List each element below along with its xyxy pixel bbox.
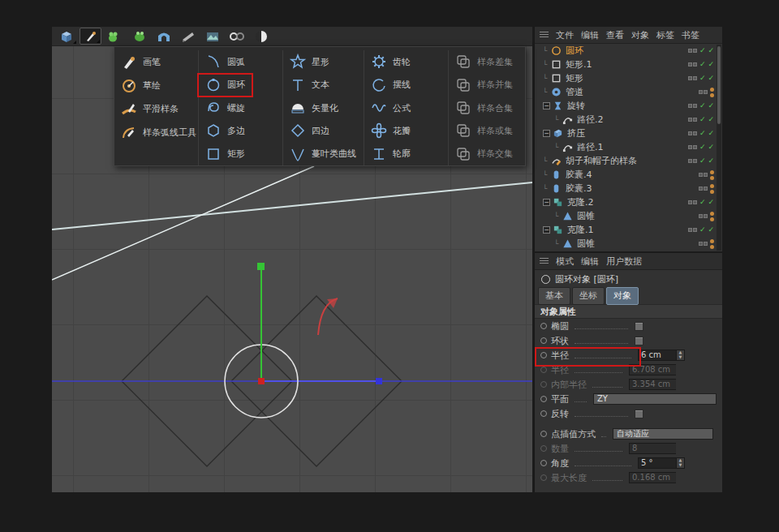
object-row-cone[interactable]: └ 圆锥 [535, 237, 722, 251]
om-menu-view[interactable]: 查看 [606, 29, 624, 41]
object-row-cloner-1[interactable]: − 克隆.1 ✓✓ [535, 223, 722, 237]
attr-menu-userdata[interactable]: 用户数据 [606, 255, 642, 268]
collapse-toggle[interactable]: − [543, 199, 550, 206]
object-row-tube[interactable]: └ 管道 [535, 85, 722, 99]
sculpt-tool-button[interactable] [104, 28, 126, 45]
visibility-dots-icon[interactable] [710, 88, 714, 97]
layer-icon[interactable] [699, 214, 708, 218]
spline-line-2[interactable] [52, 166, 314, 280]
layer-icon[interactable] [688, 228, 697, 232]
keyframe-circle-icon[interactable] [540, 337, 547, 344]
object-row-circle[interactable]: └ 圆环 ✓✓ [535, 44, 722, 58]
keyframe-circle-icon[interactable] [540, 410, 547, 417]
visibility-dots-icon[interactable] [710, 212, 714, 221]
panel-menu-icon[interactable] [540, 258, 549, 265]
enable-check-icon[interactable]: ✓ [708, 199, 714, 206]
spline-line-1[interactable] [52, 182, 532, 230]
layer-icon[interactable] [688, 118, 697, 122]
menu-item-sketch[interactable]: 草绘 [114, 74, 198, 97]
menu-item-rectangle[interactable]: 矩形 [199, 143, 282, 165]
landscape-tool-button[interactable] [201, 28, 223, 45]
z-axis-handle[interactable] [376, 378, 382, 384]
object-row-capsule-4[interactable]: └ 胶囊.4 [535, 168, 722, 182]
plane-dropdown[interactable]: ZY [593, 393, 717, 405]
enable-check-icon[interactable]: ✓ [699, 157, 706, 165]
menu-item-flower[interactable]: 花瓣 [364, 119, 448, 142]
menu-item-spline-arc-tool[interactable]: 样条弧线工具 [114, 121, 198, 144]
enable-check-icon[interactable]: ✓ [699, 226, 706, 234]
object-manager-scrollbar[interactable] [717, 45, 721, 251]
object-row-path-2[interactable]: └ 路径.2 ✓✓ [535, 113, 722, 127]
tab-object[interactable]: 对象 [606, 287, 639, 305]
menu-item-spline-smooth[interactable]: 平滑样条 [114, 97, 198, 121]
layer-icon[interactable] [688, 104, 697, 108]
layer-icon[interactable] [688, 145, 697, 149]
object-row-rectangle[interactable]: └ 矩形 ✓✓ [535, 71, 722, 85]
attr-menu-mode[interactable]: 模式 [556, 255, 574, 268]
object-origin-handle[interactable] [258, 378, 265, 384]
object-row-capsule-3[interactable]: └ 胶囊.3 [535, 182, 722, 195]
layer-icon[interactable] [688, 62, 697, 66]
enable-check-icon[interactable]: ✓ [699, 116, 706, 123]
menu-item-cogwheel[interactable]: 齿轮 [364, 50, 448, 73]
layer-icon[interactable] [688, 159, 697, 163]
menu-item-spline-cross[interactable]: 样条交集 [449, 143, 525, 165]
object-row-cone[interactable]: └ 圆锥 [535, 209, 722, 223]
attr-menu-edit[interactable]: 编辑 [581, 255, 599, 268]
knife-tool-button[interactable] [177, 28, 199, 45]
keyframe-circle-icon[interactable] [540, 431, 547, 437]
menu-item-star[interactable]: 星形 [283, 50, 364, 73]
keyframe-circle-icon[interactable] [540, 352, 547, 358]
menu-item-nside[interactable]: 多边 [199, 119, 282, 142]
panel-menu-icon[interactable] [540, 32, 549, 39]
tab-coordinates[interactable]: 坐标 [572, 287, 605, 305]
sphere-tool-button[interactable] [250, 28, 272, 45]
enable-check-icon[interactable]: ✓ [708, 144, 714, 151]
object-row-beard-hat-spline[interactable]: └ 胡子和帽子的样条 ✓✓ [535, 154, 722, 168]
keyframe-circle-icon[interactable] [540, 323, 547, 329]
om-menu-edit[interactable]: 编辑 [581, 29, 599, 41]
enable-check-icon[interactable]: ✓ [708, 226, 714, 234]
layer-icon[interactable] [688, 76, 697, 80]
visibility-dots-icon[interactable] [710, 184, 714, 194]
keyframe-circle-icon[interactable] [540, 396, 547, 402]
menu-item-cissoid[interactable]: 蔓叶类曲线 [283, 143, 364, 165]
collapse-toggle[interactable]: − [543, 226, 550, 234]
menu-item-text[interactable]: 文本 [283, 73, 364, 96]
keyframe-circle-icon[interactable] [540, 460, 547, 466]
enable-check-icon[interactable]: ✓ [699, 61, 706, 68]
ring-checkbox[interactable] [635, 337, 643, 345]
layer-icon[interactable] [699, 90, 708, 94]
enable-check-icon[interactable]: ✓ [708, 157, 714, 165]
sculpt-tool-alt-button[interactable] [128, 28, 150, 45]
menu-item-profile[interactable]: 轮廓 [364, 143, 448, 165]
stepper-control[interactable]: ▲▼ [676, 350, 685, 361]
om-menu-bookmark[interactable]: 书签 [682, 29, 699, 41]
menu-item-arc[interactable]: 圆弧 [199, 50, 282, 73]
object-row-extrude[interactable]: − 挤压 ✓✓ [535, 127, 722, 140]
menu-item-cycloid[interactable]: 摆线 [364, 73, 448, 96]
loop-selection-tool-button[interactable] [226, 28, 247, 45]
enable-check-icon[interactable]: ✓ [699, 75, 706, 82]
cube-primitive-tool-button[interactable] [55, 28, 77, 45]
angle-input[interactable]: 5 ° ▲▼ [638, 457, 685, 469]
object-row-lathe[interactable]: − 旋转 ✓✓ [535, 99, 722, 113]
menu-item-spline-intersect[interactable]: 样条合集 [449, 97, 525, 119]
layer-icon[interactable] [699, 242, 708, 246]
object-row-cloner-2[interactable]: − 克隆.2 ✓✓ [535, 195, 722, 209]
spline-pen-tool-button[interactable] [80, 28, 101, 45]
stepper-control[interactable]: ▲▼ [676, 457, 685, 469]
enable-check-icon[interactable]: ✓ [699, 47, 706, 54]
enable-check-icon[interactable]: ✓ [708, 47, 714, 54]
menu-item-circle[interactable]: 圆环 [199, 73, 282, 96]
enable-check-icon[interactable]: ✓ [708, 75, 714, 82]
scrollbar-thumb[interactable] [717, 46, 721, 124]
bridge-tool-button[interactable] [153, 28, 174, 45]
visibility-dots-icon[interactable] [710, 239, 714, 249]
om-menu-object[interactable]: 对象 [631, 29, 649, 41]
menu-item-helix[interactable]: 螺旋 [199, 97, 282, 119]
menu-item-spline-or[interactable]: 样条或集 [449, 119, 525, 142]
object-row-rectangle-1[interactable]: └ 矩形.1 ✓✓ [535, 58, 722, 71]
layer-icon[interactable] [699, 173, 708, 177]
object-row-path-1[interactable]: └ 路径.1 ✓✓ [535, 140, 722, 154]
